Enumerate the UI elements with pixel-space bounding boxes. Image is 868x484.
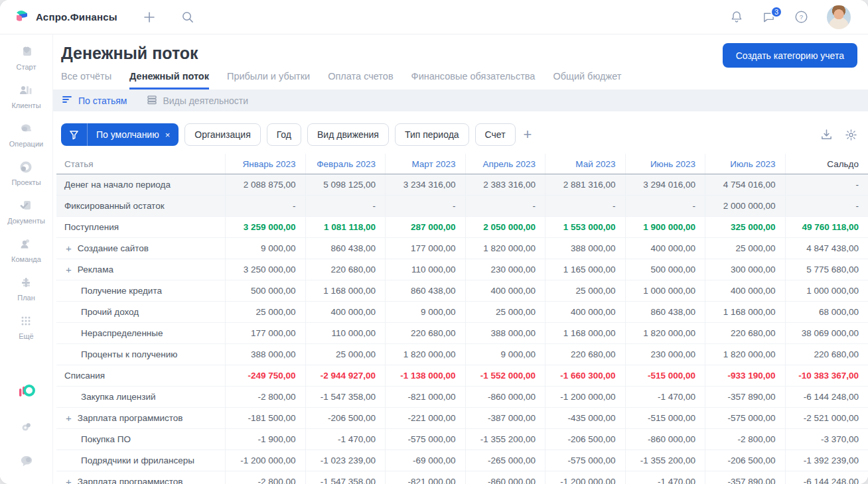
table-row[interactable]: Списания-249 750,00-2 944 927,00-1 138 0…	[56, 365, 868, 387]
table-row[interactable]: Подрядчики и фрилансеры-1 200 000,00-1 0…	[56, 450, 868, 471]
row-article-cell[interactable]: Получение кредита	[56, 280, 226, 301]
default-filter-button[interactable]: По умолчанию ×	[61, 123, 179, 146]
tab-report-3[interactable]: Оплата счетов	[328, 71, 393, 90]
add-filter-icon[interactable]: +	[524, 127, 532, 142]
clear-filter-icon[interactable]: ×	[165, 130, 171, 140]
table-row[interactable]: Нераспределенные177 000,00110 000,00220 …	[56, 323, 868, 344]
sidebar-item-projects[interactable]: Проекты	[7, 159, 45, 186]
row-saldo-cell: 4 847 438,00	[786, 238, 868, 259]
row-value-cell: 1 553 000,00	[545, 217, 626, 237]
row-article-cell[interactable]: +Зарплата программистов	[56, 471, 226, 484]
add-icon[interactable]	[143, 11, 156, 24]
table-row[interactable]: Закупка лицензий-2 800,00-1 547 358,00-8…	[56, 387, 868, 408]
row-article-cell[interactable]: Покупка ПО	[56, 429, 226, 450]
column-header-month[interactable]: Март 2023	[386, 154, 466, 174]
create-category-button[interactable]: Создать категорию учета	[723, 43, 857, 68]
table-row[interactable]: +Зарплата программистов-181 500,00-206 5…	[56, 408, 868, 429]
row-value-cell: -1 138 000,00	[386, 365, 466, 386]
subtab-activity-types[interactable]: Виды деятельности	[147, 95, 248, 107]
row-article-cell[interactable]: Фиксированный остаток	[56, 196, 226, 216]
filter-chip-2[interactable]: Вид движения	[307, 123, 389, 146]
row-value-cell: 1 820 000,00	[386, 344, 466, 365]
row-article-cell[interactable]: Закупка лицензий	[56, 387, 226, 407]
filter-chip-0[interactable]: Организация	[184, 123, 260, 146]
sidebar-item-clients[interactable]: Клиенты	[7, 82, 45, 109]
table-row[interactable]: +Реклама3 250 000,00220 680,00110 000,00…	[56, 259, 868, 280]
notifications-bell-icon[interactable]	[730, 10, 743, 24]
search-icon[interactable]	[181, 11, 194, 23]
row-article-cell[interactable]: Подрядчики и фрилансеры	[56, 450, 226, 471]
sidebar-item-label: Клиенты	[11, 101, 40, 109]
row-value-cell: -860 000,00	[466, 387, 546, 407]
sidebar-item-label: Проекты	[11, 178, 40, 186]
row-article-cell[interactable]: Нераспределенные	[56, 323, 226, 343]
funnel-icon	[61, 123, 88, 146]
row-article-cell[interactable]: Проценты к получению	[56, 344, 226, 365]
column-header-month[interactable]: Май 2023	[545, 154, 626, 174]
tab-report-2[interactable]: Прибыли и убытки	[227, 71, 310, 90]
table-row[interactable]: Денег на начало периода2 088 875,005 098…	[56, 174, 868, 196]
row-value-cell: 400 000,00	[705, 280, 786, 301]
row-value-cell: 1 165 000,00	[545, 259, 626, 280]
row-saldo-cell: 5 775 680,00	[786, 259, 868, 280]
tab-report-4[interactable]: Финансовые обязательства	[411, 71, 536, 90]
row-article-cell[interactable]: +Зарплата программистов	[56, 408, 226, 428]
sidebar-item-start[interactable]: Старт	[7, 44, 45, 71]
expand-plus-icon[interactable]: +	[66, 264, 72, 275]
row-value-cell: -221 000,00	[386, 408, 466, 428]
help-icon[interactable]: ?	[794, 10, 808, 24]
expand-plus-icon[interactable]: +	[66, 412, 72, 424]
table-row[interactable]: +Создание сайтов9 000,00860 438,00177 00…	[56, 238, 868, 259]
table-row[interactable]: Получение кредита500 000,001 168 000,008…	[56, 280, 868, 302]
subtab-by-articles[interactable]: По статьям	[62, 95, 127, 106]
filter-chip-1[interactable]: Год	[267, 123, 301, 146]
table-row[interactable]: Поступления3 259 000,001 081 118,00287 0…	[56, 217, 868, 238]
row-value-cell: 110 000,00	[306, 323, 386, 343]
aspro-logo-small-icon[interactable]	[18, 385, 35, 403]
subtab-label: Виды деятельности	[163, 95, 248, 106]
sidebar-item-documents[interactable]: Документы	[7, 198, 45, 225]
user-avatar[interactable]	[827, 5, 851, 29]
settings-gear-icon[interactable]	[19, 420, 34, 438]
row-article-cell[interactable]: Поступления	[56, 217, 226, 237]
row-value-cell: -860 000,00	[626, 429, 706, 450]
support-chat-icon[interactable]	[19, 455, 34, 471]
row-value-cell: -1 355 200,00	[466, 429, 546, 450]
row-article-cell[interactable]: +Создание сайтов	[56, 238, 226, 259]
row-article-cell[interactable]: +Реклама	[56, 259, 226, 280]
column-header-month[interactable]: Апрель 2023	[466, 154, 546, 174]
row-article-cell[interactable]: Списания	[56, 365, 226, 386]
table-row[interactable]: Покупка ПО-1 900,00-1 470,00-575 000,00-…	[56, 429, 868, 450]
table-row[interactable]: Проценты к получению388 000,0025 000,001…	[56, 344, 868, 365]
row-value-cell: -1 200 000,00	[545, 471, 626, 484]
table-row[interactable]: Прочий доход25 000,00400 000,009 000,002…	[56, 302, 868, 323]
expand-plus-icon[interactable]: +	[66, 476, 72, 484]
column-header-month[interactable]: Февраль 2023	[306, 154, 386, 174]
table-settings-gear-icon[interactable]	[845, 129, 857, 141]
sidebar-item-operations[interactable]: Операции	[7, 121, 45, 148]
column-header-month[interactable]: Январь 2023	[226, 154, 306, 174]
tab-cash-flow[interactable]: Денежный поток	[129, 71, 209, 90]
tab-report-0[interactable]: Все отчёты	[61, 71, 111, 90]
brand[interactable]: Аспро.Финансы	[0, 9, 117, 26]
row-article-label: Реклама	[78, 265, 113, 274]
filter-chip-3[interactable]: Тип периода	[395, 123, 469, 146]
expand-plus-icon[interactable]: +	[66, 243, 72, 254]
filter-chip-4[interactable]: Счет	[475, 123, 516, 146]
row-article-cell[interactable]: Прочий доход	[56, 302, 226, 322]
messages-icon[interactable]: 3	[762, 11, 776, 24]
sidebar-item-team[interactable]: Команда	[7, 236, 45, 263]
row-value-cell: 1 168 000,00	[545, 323, 626, 343]
table-row[interactable]: +Зарплата программистов-2 800,00-1 547 3…	[56, 471, 868, 484]
row-saldo-cell: -3 370,00	[786, 429, 868, 450]
row-article-cell[interactable]: Денег на начало периода	[56, 174, 226, 195]
tab-report-5[interactable]: Общий бюджет	[553, 71, 621, 90]
column-header-month[interactable]: Июль 2023	[705, 154, 786, 174]
row-value-cell: 220 680,00	[545, 344, 626, 365]
row-saldo-cell: 220 680,00	[786, 344, 868, 365]
download-icon[interactable]	[820, 129, 833, 141]
column-header-month[interactable]: Июнь 2023	[626, 154, 706, 174]
table-row[interactable]: Фиксированный остаток------2 000 000,00-	[56, 196, 868, 217]
sidebar-item-plan[interactable]: План	[7, 274, 45, 302]
sidebar-item-more[interactable]: Ещё	[7, 313, 45, 340]
